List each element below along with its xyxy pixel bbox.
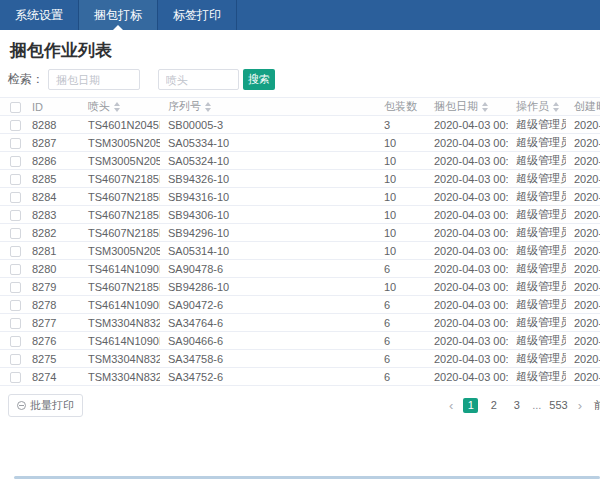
row-checkbox[interactable] — [10, 246, 21, 257]
cell-bundle-date: 2020-04-03 00:0... — [426, 116, 508, 134]
table-body: 8288 TS4601N2045E200 SB00005-3 3 2020-04… — [0, 116, 600, 386]
cell-operator: 超级管理员 — [508, 152, 566, 170]
cell-operator: 超级管理员 — [508, 314, 566, 332]
cell-nozzle: TSM3005N2057E200 — [80, 242, 160, 260]
cell-serial: SB94306-10 — [160, 206, 376, 224]
cell-id: 8280 — [24, 260, 80, 278]
cell-nozzle: TSM3304N8322E901 — [80, 368, 160, 386]
table-row: 8283 TS4607N2185E200 SB94306-10 10 2020-… — [0, 206, 600, 224]
cell-operator: 超级管理员 — [508, 332, 566, 350]
search-label: 检索： — [8, 71, 44, 88]
tab-system-settings[interactable]: 系统设置 — [0, 0, 79, 30]
pagination-prev-icon[interactable]: ‹ — [443, 398, 459, 413]
column-header-operator[interactable]: 操作员 — [508, 98, 566, 116]
cell-package-count: 6 — [376, 314, 426, 332]
row-checkbox[interactable] — [10, 174, 21, 185]
cell-nozzle: TS4607N2185E200 — [80, 170, 160, 188]
row-checkbox[interactable] — [10, 192, 21, 203]
sort-icon[interactable] — [114, 102, 120, 112]
pagination-page[interactable]: 3 — [509, 398, 524, 413]
pagination-page[interactable]: 2 — [486, 398, 501, 413]
page-title: 捆包作业列表 — [10, 39, 590, 62]
cell-serial: SA90472-6 — [160, 296, 376, 314]
cell-created: 2020-04-03 — [566, 188, 600, 206]
cell-nozzle: TSM3005N2057E200 — [80, 152, 160, 170]
footer-bar: 批量打印 ‹ 123...553 › 前往 — [8, 394, 600, 417]
cell-id: 8283 — [24, 206, 80, 224]
search-bar: 检索： 搜索 — [8, 69, 590, 90]
cell-package-count: 6 — [376, 368, 426, 386]
row-checkbox[interactable] — [10, 300, 21, 311]
cell-package-count: 10 — [376, 134, 426, 152]
cell-created: 2020-04-03 — [566, 296, 600, 314]
cell-package-count: 10 — [376, 224, 426, 242]
cell-package-count: 6 — [376, 260, 426, 278]
table-row: 8281 TSM3005N2057E200 SA05314-10 10 2020… — [0, 242, 600, 260]
cell-id: 8286 — [24, 152, 80, 170]
cell-created: 2020-04-03 — [566, 350, 600, 368]
nozzle-input[interactable] — [158, 69, 239, 90]
cell-bundle-date: 2020-04-03 00:0... — [426, 170, 508, 188]
cell-serial: SA34764-6 — [160, 314, 376, 332]
cell-operator: 超级管理员 — [508, 242, 566, 260]
column-header-nozzle[interactable]: 喷头 — [80, 98, 160, 116]
cell-created: 2020-04-03 — [566, 332, 600, 350]
row-checkbox[interactable] — [10, 264, 21, 275]
batch-print-button[interactable]: 批量打印 — [8, 394, 83, 417]
cell-id: 8287 — [24, 134, 80, 152]
cell-serial: SB94326-10 — [160, 170, 376, 188]
column-header-package-count: 包装数 — [376, 98, 426, 116]
cell-package-count: 3 — [376, 116, 426, 134]
search-button[interactable]: 搜索 — [243, 69, 275, 90]
cell-bundle-date: 2020-04-03 00:0... — [426, 332, 508, 350]
cell-operator: 超级管理员 — [508, 296, 566, 314]
cell-operator: 超级管理员 — [508, 260, 566, 278]
column-header-serial[interactable]: 序列号 — [160, 98, 376, 116]
table-row: 8278 TS4614N1090E200 SA90472-6 6 2020-04… — [0, 296, 600, 314]
row-checkbox[interactable] — [10, 336, 21, 347]
cell-serial: SA05334-10 — [160, 134, 376, 152]
tab-label-printing[interactable]: 标签打印 — [158, 0, 237, 30]
bundle-date-input[interactable] — [48, 69, 140, 90]
cell-nozzle: TS4614N1090E200 — [80, 332, 160, 350]
tab-bundle-marking[interactable]: 捆包打标 — [79, 0, 158, 30]
cell-nozzle: TS4601N2045E200 — [80, 116, 160, 134]
pagination-next-icon[interactable]: › — [572, 398, 588, 413]
row-checkbox[interactable] — [10, 228, 21, 239]
cell-operator: 超级管理员 — [508, 116, 566, 134]
sort-icon[interactable] — [553, 102, 559, 112]
column-header-bundle-date[interactable]: 捆包日期 — [426, 98, 508, 116]
table-row: 8275 TSM3304N8322E901 SA34758-6 6 2020-0… — [0, 350, 600, 368]
row-checkbox[interactable] — [10, 156, 21, 167]
cell-bundle-date: 2020-04-03 00:0... — [426, 260, 508, 278]
row-checkbox[interactable] — [10, 138, 21, 149]
cell-id: 8282 — [24, 224, 80, 242]
top-nav: 系统设置 捆包打标 标签打印 — [0, 0, 600, 30]
cell-nozzle: TS4607N2185E200 — [80, 224, 160, 242]
sort-icon[interactable] — [482, 102, 488, 112]
row-checkbox[interactable] — [10, 120, 21, 131]
cell-created: 2020-04-03 — [566, 206, 600, 224]
cell-package-count: 10 — [376, 152, 426, 170]
app-root: 系统设置 捆包打标 标签打印 捆包作业列表 检索： 搜索 ID 喷头 序列号 包… — [0, 0, 600, 417]
row-checkbox[interactable] — [10, 354, 21, 365]
cell-bundle-date: 2020-04-03 00:0... — [426, 242, 508, 260]
cell-id: 8288 — [24, 116, 80, 134]
pagination: ‹ 123...553 › 前往 — [443, 398, 600, 413]
row-checkbox[interactable] — [10, 372, 21, 383]
pagination-page[interactable]: 1 — [463, 398, 478, 413]
cell-created: 2020-04-03 — [566, 152, 600, 170]
column-header-id: ID — [24, 98, 80, 116]
table-row: 8288 TS4601N2045E200 SB00005-3 3 2020-04… — [0, 116, 600, 134]
row-checkbox[interactable] — [10, 282, 21, 293]
row-checkbox[interactable] — [10, 318, 21, 329]
sort-icon[interactable] — [205, 102, 211, 112]
table-row: 8286 TSM3005N2057E200 SA05324-10 10 2020… — [0, 152, 600, 170]
row-checkbox[interactable] — [10, 210, 21, 221]
cell-nozzle: TS4607N2185E200 — [80, 278, 160, 296]
pagination-page[interactable]: 553 — [549, 398, 567, 413]
table-row: 8276 TS4614N1090E200 SA90466-6 6 2020-04… — [0, 332, 600, 350]
select-all-checkbox[interactable] — [10, 102, 21, 113]
cell-created: 2020-04-03 — [566, 260, 600, 278]
horizontal-scrollbar[interactable] — [14, 476, 600, 479]
